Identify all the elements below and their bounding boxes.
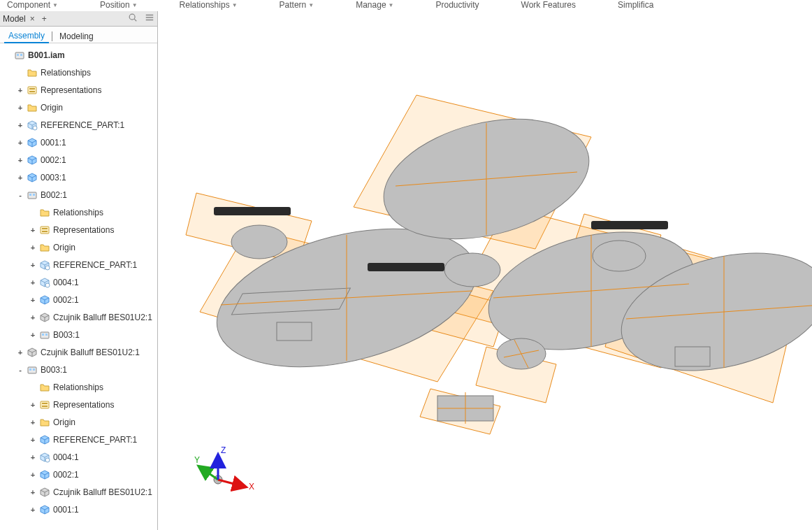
tree-node[interactable]: +0002:1	[1, 291, 157, 308]
expand-toggle[interactable]: -	[17, 366, 24, 374]
close-icon[interactable]: ×	[29, 14, 36, 24]
tree-node-label: Origin	[53, 243, 75, 252]
expand-toggle[interactable]: +	[29, 278, 36, 287]
tree-node-label: B003:1	[53, 330, 80, 340]
tree-node[interactable]: +0002:1	[1, 151, 157, 169]
tree-node[interactable]: +Origin	[1, 413, 157, 431]
tree-node[interactable]: +0001:1	[1, 134, 157, 151]
expand-toggle[interactable]: +	[29, 418, 36, 427]
part-icon	[39, 294, 50, 306]
part-icon	[39, 434, 50, 445]
expand-toggle[interactable]: +	[17, 138, 24, 147]
tree-node[interactable]: +Czujnik Balluff BES01U2:1	[1, 483, 157, 501]
tree-node[interactable]: +Relationships	[1, 378, 157, 396]
search-icon[interactable]	[128, 13, 138, 24]
tree-node-label: Representations	[53, 400, 114, 410]
partg-icon	[39, 277, 50, 288]
add-tab-button[interactable]: +	[39, 14, 50, 24]
expand-toggle[interactable]: -	[17, 191, 24, 199]
tree-node-label: 0001:1	[41, 138, 66, 148]
tree-node-label: REFERENCE_PART:1	[41, 120, 124, 130]
expand-toggle[interactable]: +	[17, 156, 24, 164]
3d-viewport[interactable]: X Y Z	[158, 11, 812, 530]
ribbon-productivity[interactable]: Productivity	[435, 0, 479, 10]
part-icon	[27, 137, 38, 148]
tree-node-label: REFERENCE_PART:1	[53, 260, 137, 270]
tree-node-label: Relationships	[53, 208, 103, 217]
tree-node[interactable]: +REFERENCE_PART:1	[1, 116, 157, 134]
tree-node[interactable]: +0004:1	[1, 273, 157, 291]
tree-node-label: Relationships	[53, 382, 103, 392]
expand-toggle[interactable]: +	[29, 488, 36, 496]
part-icon	[39, 469, 50, 480]
tab-modeling[interactable]: Modeling	[55, 30, 98, 43]
svg-rect-28	[675, 347, 710, 366]
browser-subtabs: Assembly Modeling	[0, 27, 157, 43]
tree-node-label: Czujnik Balluff BES01U2:1	[53, 313, 152, 322]
expand-toggle[interactable]: +	[17, 121, 24, 129]
expand-toggle[interactable]: +	[29, 506, 36, 514]
tree-node[interactable]: +Representations	[1, 81, 157, 99]
partg-icon	[27, 120, 38, 131]
ribbon-position[interactable]: Position▼	[100, 0, 138, 10]
tree-node[interactable]: +0001:1	[1, 501, 157, 518]
tree-node[interactable]: +REFERENCE_PART:1	[1, 431, 157, 448]
expand-toggle[interactable]: +	[29, 243, 36, 252]
ribbon-simplification[interactable]: Simplifica	[618, 0, 653, 10]
model-tree[interactable]: +B001.iam+Relationships+Representations+…	[0, 43, 157, 530]
expand-toggle[interactable]: +	[29, 331, 36, 339]
tree-node[interactable]: +B003:1	[1, 326, 157, 343]
axis-y-label: Y	[194, 455, 200, 465]
tree-node-label: 0002:1	[53, 295, 79, 305]
view-triad[interactable]: X Y Z	[193, 446, 256, 502]
partg-icon	[39, 259, 50, 271]
tree-node[interactable]: +Origin	[1, 99, 157, 116]
tree-node[interactable]: +0003:1	[1, 169, 157, 186]
tree-node[interactable]: +Origin	[1, 238, 157, 256]
ribbon-component[interactable]: Component▼	[7, 0, 58, 10]
svg-rect-29	[277, 322, 312, 341]
tree-node[interactable]: +Representations	[1, 221, 157, 238]
svg-rect-32	[591, 221, 668, 229]
expand-toggle[interactable]: +	[17, 86, 24, 94]
expand-toggle[interactable]: +	[29, 436, 36, 444]
tree-node[interactable]: +REFERENCE_PART:1	[1, 256, 157, 273]
ribbon-pattern[interactable]: Pattern▼	[280, 0, 314, 10]
expand-toggle[interactable]: +	[29, 226, 36, 234]
tree-node[interactable]: +Relationships	[1, 203, 157, 221]
tab-assembly[interactable]: Assembly	[4, 29, 49, 43]
folder-icon	[39, 207, 50, 218]
tree-node[interactable]: +0002:1	[1, 466, 157, 483]
tree-node-label: B002:1	[41, 190, 67, 200]
comp-icon	[27, 347, 38, 358]
expand-toggle[interactable]: +	[29, 471, 36, 479]
panel-tab-bar: Model × +	[0, 11, 157, 27]
tree-node[interactable]: -B002:1	[1, 186, 157, 203]
expand-toggle[interactable]: +	[29, 453, 36, 461]
expand-toggle[interactable]: +	[17, 173, 24, 182]
tree-node-label: 0004:1	[53, 278, 79, 287]
folder-icon	[39, 382, 50, 393]
ribbon-relationships[interactable]: Relationships▼	[180, 0, 238, 10]
tree-node[interactable]: -B003:1	[1, 361, 157, 378]
tree-node[interactable]: +Czujnik Balluff BES01U2:1	[1, 343, 157, 361]
tree-node[interactable]: +0004:1	[1, 448, 157, 466]
expand-toggle[interactable]: +	[17, 348, 24, 357]
expand-toggle[interactable]: +	[29, 313, 36, 322]
ribbon-manage[interactable]: Manage▼	[356, 0, 393, 10]
expand-toggle[interactable]: +	[29, 401, 36, 409]
expand-toggle[interactable]: +	[29, 261, 36, 269]
expand-toggle[interactable]: +	[29, 296, 36, 304]
3d-scene[interactable]	[158, 11, 812, 530]
svg-point-25	[593, 241, 646, 271]
expand-toggle[interactable]: +	[17, 103, 24, 112]
tree-node[interactable]: +Representations	[1, 396, 157, 413]
tree-node[interactable]: +Relationships	[1, 64, 157, 81]
tree-node-label: B003:1	[41, 365, 67, 375]
hamburger-icon[interactable]	[145, 13, 154, 24]
rep-icon	[39, 399, 50, 410]
ribbon-workfeatures[interactable]: Work Features	[521, 0, 576, 10]
tree-node-label: 0001:1	[53, 505, 79, 515]
tree-node[interactable]: +B001.iam	[1, 46, 157, 64]
tree-node[interactable]: +Czujnik Balluff BES01U2:1	[1, 308, 157, 326]
